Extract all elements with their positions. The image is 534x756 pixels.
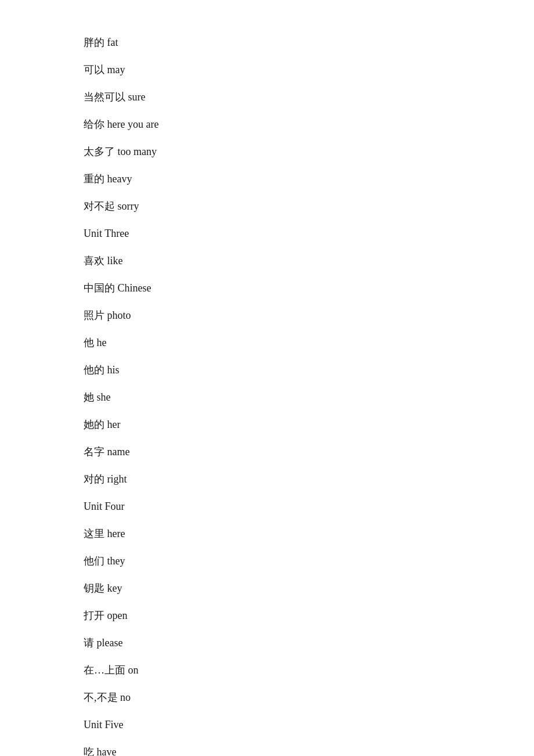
unit-header: Unit Three — [84, 226, 488, 242]
vocab-item: 在…上面 on — [84, 663, 488, 678]
vocab-item: 她的 her — [84, 417, 488, 433]
main-content: 胖的 fat可以 may当然可以 sure给你 here you are太多了 … — [0, 0, 534, 756]
vocab-item: 打开 open — [84, 608, 488, 624]
vocab-item: 对的 right — [84, 471, 488, 487]
vocab-item: 给你 here you are — [84, 117, 488, 132]
vocab-item: 吃 have — [84, 744, 488, 756]
vocab-item: 名字 name — [84, 444, 488, 460]
vocab-item: 太多了 too many — [84, 144, 488, 160]
unit-header: Unit Four — [84, 499, 488, 514]
unit-header: Unit Five — [84, 717, 488, 733]
vocab-item: 钥匙 key — [84, 581, 488, 596]
vocab-item: 对不起 sorry — [84, 199, 488, 214]
vocab-item: 他的 his — [84, 362, 488, 378]
vocab-item: 不,不是 no — [84, 690, 488, 705]
vocab-item: 她 she — [84, 390, 488, 405]
vocab-item: 他 he — [84, 335, 488, 351]
vocab-item: 可以 may — [84, 62, 488, 78]
vocab-item: 请 please — [84, 635, 488, 651]
vocab-item: 喜欢 like — [84, 253, 488, 269]
vocab-item: 胖的 fat — [84, 35, 488, 51]
vocab-item: 重的 heavy — [84, 171, 488, 187]
vocab-item: 这里 here — [84, 526, 488, 542]
vocab-item: 中国的 Chinese — [84, 280, 488, 296]
vocab-item: 照片 photo — [84, 308, 488, 323]
vocab-item: 当然可以 sure — [84, 89, 488, 105]
vocab-item: 他们 they — [84, 553, 488, 569]
